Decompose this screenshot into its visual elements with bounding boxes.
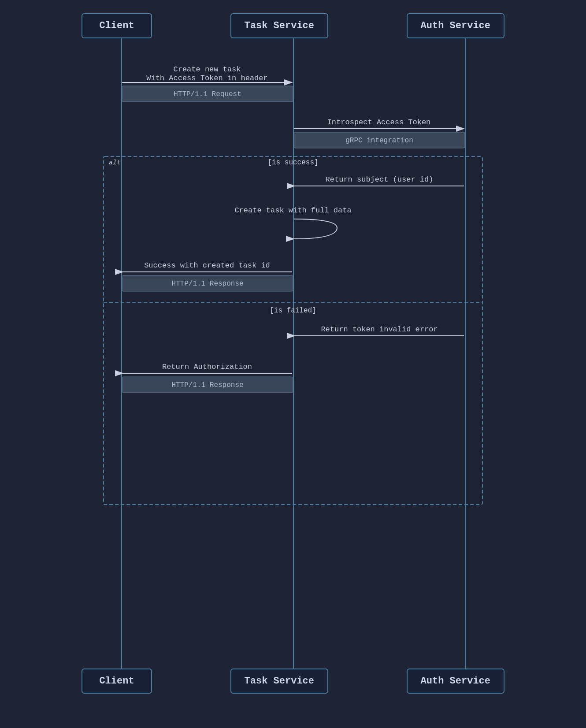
- self-loop-create-task: [294, 219, 337, 239]
- label-return-subject: Return subject (user id): [326, 175, 434, 184]
- condition-is-success: [is success]: [267, 159, 318, 167]
- actor-task-service-bottom: Task Service: [230, 669, 328, 694]
- actor-client-top: Client: [82, 13, 152, 38]
- actor-client-bottom: Client: [82, 669, 152, 694]
- label-create-task: Create new task: [173, 65, 241, 74]
- actors-top: Client Task Service Auth Service: [77, 13, 509, 38]
- sequence-svg: Create new task With Access Token in hea…: [77, 38, 509, 669]
- label-create-full: Create task with full data: [234, 206, 351, 215]
- label-return-auth: Return Authorization: [162, 363, 252, 371]
- label-success-created: Success with created task id: [144, 261, 270, 270]
- label-create-task-2: With Access Token in header: [146, 74, 267, 82]
- lifelines-area: Create new task With Access Token in hea…: [77, 38, 509, 669]
- label-http-request: HTTP/1.1 Request: [174, 90, 241, 98]
- label-introspect: Introspect Access Token: [327, 118, 431, 126]
- label-grpc: gRPC integration: [345, 137, 413, 145]
- alt-label: alt: [109, 159, 121, 167]
- actor-auth-service-top: Auth Service: [407, 13, 504, 38]
- actor-auth-service-bottom: Auth Service: [407, 669, 504, 694]
- actors-bottom: Client Task Service Auth Service: [77, 669, 509, 694]
- label-http-response-2: HTTP/1.1 Response: [171, 381, 243, 389]
- label-return-invalid: Return token invalid error: [321, 325, 438, 334]
- diagram-container: Client Task Service Auth Service Create …: [77, 0, 509, 707]
- condition-is-failed: [is failed]: [270, 307, 316, 315]
- label-http-response-1: HTTP/1.1 Response: [171, 280, 243, 288]
- actor-task-service-top: Task Service: [230, 13, 328, 38]
